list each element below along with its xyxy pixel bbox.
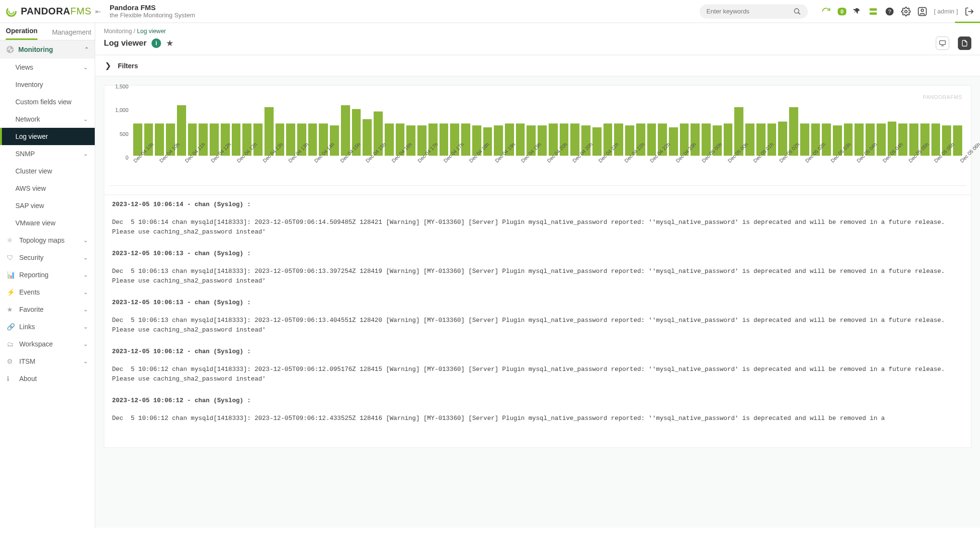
user-label[interactable]: [ admin ] [934, 8, 958, 15]
sidebar-item-topology-maps[interactable]: ⚛Topology maps⌄ [0, 232, 95, 249]
links-icon: 🔗 [7, 323, 15, 331]
breadcrumb: Monitoring / Log viewer [95, 23, 980, 36]
log-body: Dec 5 10:06:13 chan mysqld[1418333]: 202… [112, 267, 963, 285]
sidebar-item-custom-fields-view[interactable]: Custom fields view [0, 93, 95, 111]
sidebar-item-log-viewer[interactable]: Log viewer [0, 128, 95, 145]
page-title: Log viewer [104, 38, 147, 48]
favorite-icon: ★ [7, 306, 15, 313]
sidebar-item-network[interactable]: Network⌄ [0, 111, 95, 128]
pin-icon[interactable] [853, 7, 862, 16]
server-status-icon[interactable] [868, 7, 878, 16]
log-body: Dec 5 10:06:14 chan mysqld[1418333]: 202… [112, 218, 963, 236]
svg-point-2 [794, 9, 799, 13]
y-tick: 500 [120, 131, 128, 137]
logo-swirl-icon [6, 5, 17, 18]
chevron-down-icon: ⌄ [83, 271, 88, 278]
itsm-icon: ⚙ [7, 357, 15, 365]
sidebar-item-sap-view[interactable]: SAP view [0, 197, 95, 214]
info-icon[interactable]: i [151, 38, 161, 48]
search-icon[interactable] [793, 8, 801, 15]
svg-point-8 [905, 10, 907, 12]
svg-rect-4 [870, 8, 877, 11]
export-icon[interactable] [958, 37, 971, 50]
security-icon: 🛡 [7, 254, 15, 261]
gear-icon[interactable] [901, 7, 911, 16]
sidebar-item-snmp[interactable]: SNMP⌄ [0, 145, 95, 162]
log-list: 2023-12-05 10:06:14 - chan (Syslog) :Dec… [104, 195, 971, 448]
log-entry: 2023-12-05 10:06:12 - chan (Syslog) :Dec… [112, 397, 963, 423]
sidebar-item-itsm[interactable]: ⚙ITSM⌄ [0, 353, 95, 370]
log-timestamp: 2023-12-05 10:06:13 - chan (Syslog) : [112, 250, 963, 257]
chevron-down-icon: ⌄ [83, 64, 88, 71]
chevron-down-icon: ⌄ [83, 306, 88, 313]
search-input[interactable] [706, 8, 793, 15]
log-entry: 2023-12-05 10:06:12 - chan (Syslog) :Dec… [112, 348, 963, 383]
breadcrumb-root[interactable]: Monitoring [104, 28, 132, 35]
log-body: Dec 5 10:06:12 chan mysqld[1418333]: 202… [112, 414, 963, 423]
log-timestamp: 2023-12-05 10:06:13 - chan (Syslog) : [112, 299, 963, 306]
y-tick: 1,000 [115, 107, 128, 113]
svg-rect-5 [870, 12, 877, 14]
chart-bar[interactable] [341, 105, 350, 156]
svg-point-10 [921, 9, 924, 12]
chevron-down-icon: ⌄ [83, 150, 88, 157]
sidebar-item-reporting[interactable]: 📊Reporting⌄ [0, 266, 95, 283]
log-timestamp: 2023-12-05 10:06:12 - chan (Syslog) : [112, 348, 963, 355]
sidebar-collapse-icon[interactable]: ⇤ [95, 8, 101, 15]
alerts-count[interactable]: 0 [838, 8, 846, 15]
breadcrumb-current[interactable]: Log viewer [137, 28, 166, 35]
y-tick: 1,500 [115, 84, 128, 89]
sidebar-item-aws-view[interactable]: AWS view [0, 180, 95, 197]
sidebar-item-links[interactable]: 🔗Links⌄ [0, 318, 95, 335]
reporting-icon: 📊 [7, 271, 15, 279]
sidebar-item-security[interactable]: 🛡Security⌄ [0, 249, 95, 266]
main-content: Monitoring / Log viewer Log viewer i ★ ❯… [95, 23, 980, 528]
chart-card: PANDORAFMS 05001,0001,500 Dec 04 10hDec … [104, 85, 971, 195]
global-search[interactable] [700, 4, 808, 19]
filters-label: Filters [118, 62, 138, 70]
log-entry: 2023-12-05 10:06:13 - chan (Syslog) :Dec… [112, 250, 963, 285]
chevron-down-icon: ⌄ [83, 323, 88, 330]
refresh-icon[interactable] [821, 7, 831, 16]
svg-point-1 [9, 9, 14, 13]
sidebar-monitoring-label: Monitoring [18, 46, 53, 53]
sidebar-item-cluster-view[interactable]: Cluster view [0, 162, 95, 180]
monitoring-icon [6, 45, 14, 54]
sidebar-section-monitoring[interactable]: Monitoring ⌃ [0, 40, 95, 59]
top-bar: PANDORAFMS ⇤ Pandora FMS the Flexible Mo… [0, 0, 980, 23]
svg-rect-13 [940, 41, 945, 45]
user-icon[interactable] [917, 7, 927, 16]
svg-text:?: ? [888, 8, 892, 14]
app-subtitle: the Flexible Monitoring System [110, 12, 195, 19]
logout-icon[interactable] [965, 7, 974, 16]
sidebar-item-vmware-view[interactable]: VMware view [0, 214, 95, 232]
chevron-down-icon: ⌄ [83, 341, 88, 347]
log-entry: 2023-12-05 10:06:14 - chan (Syslog) :Dec… [112, 201, 963, 236]
workspace-icon: 🗂 [7, 340, 15, 348]
svg-point-0 [7, 7, 16, 16]
display-mode-icon[interactable] [936, 37, 949, 50]
filters-toggle[interactable]: ❯ Filters [95, 55, 980, 76]
sidebar-item-inventory[interactable]: Inventory [0, 76, 95, 93]
bar-chart: PANDORAFMS 05001,0001,500 Dec 04 10hDec … [109, 92, 966, 179]
chevron-down-icon: ⌄ [83, 237, 88, 244]
logo-text: PANDORAFMS [21, 6, 91, 17]
sidebar-item-favorite[interactable]: ★Favorite⌄ [0, 301, 95, 318]
sidebar-item-views[interactable]: Views⌄ [0, 59, 95, 76]
chevron-right-icon: ❯ [105, 61, 111, 70]
log-body: Dec 5 10:06:12 chan mysqld[1418333]: 202… [112, 365, 963, 383]
sidebar-item-about[interactable]: ℹAbout [0, 370, 95, 387]
y-tick: 0 [126, 155, 128, 160]
help-icon[interactable]: ? [885, 7, 894, 16]
log-entry: 2023-12-05 10:06:13 - chan (Syslog) :Dec… [112, 299, 963, 334]
favorite-star-icon[interactable]: ★ [166, 38, 174, 49]
logo[interactable]: PANDORAFMS ⇤ [6, 5, 101, 18]
tab-operation[interactable]: Operation [6, 27, 38, 40]
app-title: Pandora FMS [110, 4, 195, 12]
sidebar-item-events[interactable]: ⚡Events⌄ [0, 283, 95, 301]
svg-line-3 [798, 12, 800, 14]
events-icon: ⚡ [7, 288, 15, 296]
tab-management[interactable]: Management [52, 28, 91, 40]
log-timestamp: 2023-12-05 10:06:12 - chan (Syslog) : [112, 397, 963, 404]
sidebar-item-workspace[interactable]: 🗂Workspace⌄ [0, 335, 95, 353]
